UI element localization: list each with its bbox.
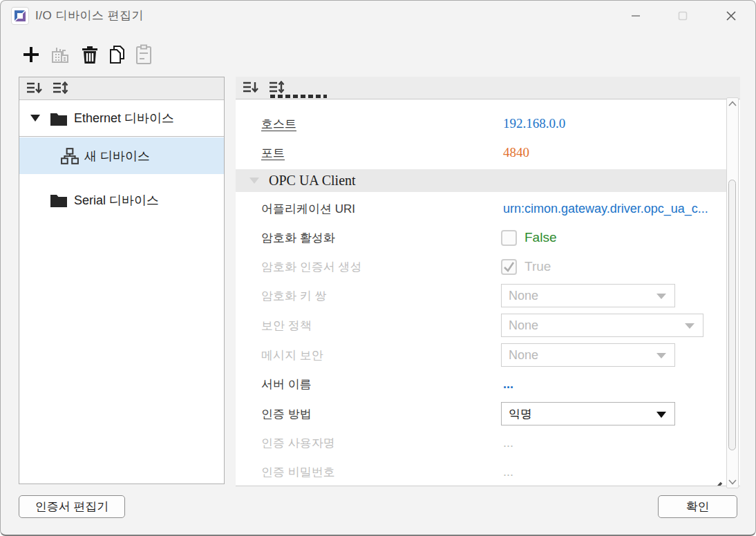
auth-method-value: 익명 (509, 406, 532, 422)
sort-ascending-button[interactable] (26, 81, 43, 97)
key-pair-value: None (509, 289, 538, 303)
chevron-down-icon (685, 323, 694, 329)
window-title: I/O 디바이스 편집기 (35, 8, 144, 23)
add-device-button[interactable] (18, 41, 44, 68)
property-toolbar (236, 77, 740, 99)
certificate-editor-button[interactable]: 인증서 편집기 (19, 495, 125, 518)
toolbar (1, 37, 755, 71)
close-icon (725, 10, 737, 22)
scrollbar-thumb[interactable] (728, 180, 736, 450)
server-name-label: 서버 이름 (261, 370, 312, 399)
sort-up-down-icon (53, 81, 69, 95)
collapse-arrow-icon[interactable] (30, 115, 40, 122)
server-name-value[interactable]: ... (503, 370, 513, 399)
scroll-down-button[interactable] (727, 477, 738, 488)
app-uri-label: 어플리케이션 URI (261, 194, 355, 223)
device-tree: Ethernet 디바이스 새 디바이스 Serial 디바이스 (19, 100, 224, 484)
minimize-icon (630, 10, 641, 21)
cert-create-label: 암호화 인증서 생성 (261, 252, 361, 281)
cert-create-value: True (525, 252, 551, 281)
chevron-up-icon (728, 101, 737, 106)
app-logo-icon (11, 7, 29, 25)
host-value[interactable]: 192.168.0.0 (503, 109, 565, 138)
sort-ascending-button[interactable] (243, 80, 259, 96)
password-visibility-toggle[interactable] (700, 478, 726, 486)
chevron-down-icon (656, 353, 666, 358)
auth-method-dropdown[interactable]: 익명 (501, 402, 675, 425)
property-row-host: 호스트 192.168.0.0 (236, 109, 726, 138)
auth-method-label: 인증 방법 (261, 399, 312, 428)
scroll-up-button[interactable] (727, 98, 738, 109)
add-icon (21, 44, 41, 65)
sort-down-icon (26, 81, 43, 95)
titlebar: I/O 디바이스 편집기 (1, 1, 755, 31)
copy-button[interactable] (104, 41, 130, 68)
clipped-scrolled-text (270, 95, 327, 98)
add-group-icon (50, 44, 70, 65)
delete-icon (80, 44, 100, 65)
security-policy-dropdown: None (501, 314, 703, 337)
tree-item-label: 새 디바이스 (84, 137, 150, 174)
key-pair-label: 암호화 키 쌍 (261, 281, 326, 311)
auth-password-label: 인증 비밀번호 (261, 458, 335, 486)
property-row-app-uri: 어플리케이션 URI urn:cimon.gateway.driver.opc_… (236, 194, 726, 223)
property-row-auth-username: 인증 사용자명 ... (236, 428, 726, 458)
section-title: OPC UA Client (269, 173, 356, 189)
folder-icon (50, 193, 68, 208)
key-pair-dropdown: None (501, 284, 675, 307)
encryption-enabled-label: 암호화 활성화 (261, 223, 335, 252)
maximize-icon (677, 10, 688, 21)
sort-up-down-icon (269, 80, 285, 94)
checkmark-icon (502, 260, 516, 274)
device-tree-panel: Ethernet 디바이스 새 디바이스 Serial 디바이스 (19, 77, 225, 484)
security-policy-label: 보안 정책 (261, 311, 312, 341)
section-opc-ua-client[interactable]: OPC UA Client (236, 169, 726, 192)
vertical-scrollbar[interactable] (726, 97, 739, 488)
message-security-dropdown: None (501, 343, 675, 367)
io-device-editor-window: I/O 디바이스 편집기 (0, 0, 756, 536)
auth-username-label: 인증 사용자명 (261, 428, 335, 458)
delete-button[interactable] (77, 41, 103, 68)
sort-toggle-button[interactable] (269, 80, 285, 96)
chevron-down-icon (656, 412, 666, 418)
app-uri-text: urn:cimon.gateway.driver.opc_ua_c... (503, 202, 726, 216)
tree-item-new-device[interactable]: 새 디바이스 (19, 137, 224, 174)
property-row-key-pair: 암호화 키 쌍 None (236, 281, 726, 311)
property-grid: 호스트 192.168.0.0 포트 4840 OPC UA Client 어플… (236, 99, 726, 486)
host-label: 호스트 (261, 109, 296, 138)
property-row-encryption-enabled: 암호화 활성화 False (236, 223, 726, 252)
copy-icon (107, 44, 126, 65)
maximize-button[interactable] (668, 5, 697, 27)
paste-button[interactable] (131, 41, 157, 68)
tree-toolbar (19, 77, 224, 100)
section-collapse-icon[interactable] (249, 178, 259, 184)
encryption-enabled-checkbox[interactable] (501, 230, 517, 246)
property-row-message-security: 메시지 보안 None (236, 341, 726, 370)
sort-toggle-button[interactable] (53, 81, 69, 97)
ok-button[interactable]: 확인 (658, 495, 737, 518)
chevron-down-icon (656, 294, 666, 299)
auth-password-value: ... (503, 458, 513, 486)
tree-item-serial-folder[interactable]: Serial 디바이스 (19, 182, 224, 218)
eye-off-icon (700, 478, 726, 486)
port-label: 포트 (261, 138, 285, 167)
sort-down-icon (243, 80, 259, 94)
message-security-value: None (509, 348, 538, 363)
tree-item-ethernet-folder[interactable]: Ethernet 디바이스 (19, 100, 224, 137)
auth-username-value: ... (503, 428, 513, 458)
property-row-security-policy: 보안 정책 None (236, 311, 726, 341)
paste-icon (135, 44, 153, 65)
tree-item-label: Serial 디바이스 (74, 182, 159, 218)
cert-create-checkbox (501, 259, 517, 275)
port-value[interactable]: 4840 (503, 138, 529, 167)
property-row-auth-method: 인증 방법 익명 (236, 399, 726, 428)
add-group-button[interactable] (47, 41, 73, 68)
minimize-button[interactable] (621, 5, 650, 27)
property-panel: 호스트 192.168.0.0 포트 4840 OPC UA Client 어플… (236, 77, 740, 486)
property-row-port: 포트 4840 (236, 138, 726, 167)
close-button[interactable] (717, 5, 746, 27)
security-policy-value: None (509, 318, 538, 333)
folder-icon (50, 111, 68, 126)
app-uri-value[interactable]: urn:cimon.gateway.driver.opc_ua_c... (503, 194, 726, 223)
property-row-server-name: 서버 이름 ... (236, 370, 726, 399)
